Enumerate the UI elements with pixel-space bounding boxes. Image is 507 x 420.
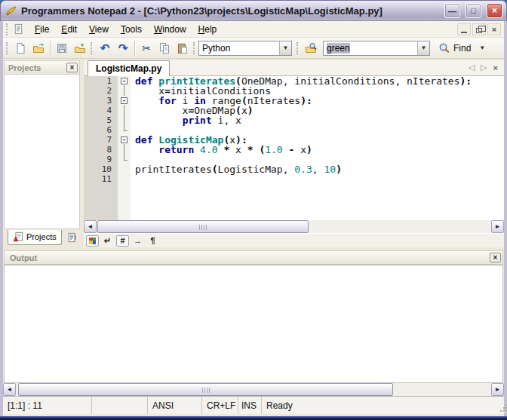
color-scheme-button[interactable] <box>86 235 99 247</box>
scroll-left-arrow[interactable]: ◄ <box>3 383 16 396</box>
fold-marker <box>118 106 131 115</box>
projects-close-button[interactable]: × <box>66 63 78 72</box>
code-editor[interactable]: 1-def printIterates(OneDMap, initialCond… <box>84 76 504 220</box>
code-line[interactable]: 8 return 4.0 * x * (1.0 - x) <box>84 145 504 155</box>
toolbar-grip-3[interactable] <box>193 42 195 54</box>
line-number: 8 <box>84 145 118 155</box>
editor-scroll-track[interactable] <box>97 220 491 233</box>
new-file-icon <box>14 42 26 54</box>
projects-tab-icon <box>13 231 23 242</box>
menu-file[interactable]: File <box>29 22 55 37</box>
menu-edit[interactable]: Edit <box>55 22 83 37</box>
undo-button[interactable]: ↶ <box>96 39 114 57</box>
fold-marker <box>118 174 131 184</box>
redo-button[interactable]: ↷ <box>114 39 132 57</box>
show-whitespace-button[interactable]: → <box>131 235 144 247</box>
open-file-button[interactable] <box>29 39 48 57</box>
main-scroll-thumb[interactable] <box>18 383 393 396</box>
toolbar-grip-1[interactable] <box>6 42 8 54</box>
language-select[interactable]: Python ▼ <box>198 41 292 56</box>
toolbar-separator <box>50 41 51 56</box>
maximize-button[interactable]: □ <box>466 3 481 18</box>
output-panel-title: Output <box>5 253 490 262</box>
menu-window[interactable]: Window <box>148 22 192 37</box>
status-cell-1 <box>92 397 148 414</box>
toolbar-grip-4[interactable] <box>297 42 299 54</box>
open-project-button[interactable] <box>71 39 89 57</box>
code-line[interactable]: 11 <box>84 174 504 184</box>
menu-grip[interactable] <box>6 23 8 35</box>
dock-tab-text-clips[interactable] <box>64 230 79 245</box>
code-line[interactable]: 10printIterates(LogisticMap, 0.3, 10) <box>84 164 504 174</box>
fold-marker <box>118 86 131 96</box>
code-text: return 4.0 * x * (1.0 - x) <box>131 145 312 155</box>
search-in-files-button[interactable] <box>302 39 320 57</box>
main-scroll-track[interactable] <box>16 383 491 396</box>
scroll-right-arrow[interactable]: ► <box>491 383 504 396</box>
menu-view[interactable]: View <box>83 22 115 37</box>
document-tab[interactable]: LogisticMap.py <box>88 60 170 76</box>
dock-tab-projects[interactable]: Projects <box>8 230 62 245</box>
text-clips-icon <box>66 232 77 243</box>
color-scheme-icon <box>89 238 96 244</box>
code-line[interactable]: 5 print i, x <box>84 115 504 125</box>
editor-h-scrollbar: ◄ ► <box>84 220 504 233</box>
find-dropdown-arrow[interactable]: ▼ <box>476 44 488 51</box>
find-input[interactable]: green ▼ <box>323 41 430 56</box>
scroll-left-arrow[interactable]: ◄ <box>84 220 97 233</box>
mdi-close-button[interactable]: × <box>487 23 501 35</box>
editor-scroll-thumb[interactable] <box>97 220 309 233</box>
fold-toggle-icon[interactable]: - <box>118 76 131 86</box>
line-number: 6 <box>84 125 118 135</box>
menu-bar: FileEditViewToolsWindowHelp × <box>3 21 504 38</box>
tab-scroll-right-icon[interactable]: ▷ <box>481 63 487 72</box>
line-numbers-button[interactable]: # <box>116 235 129 247</box>
output-close-button[interactable]: × <box>490 253 501 262</box>
line-number: 1 <box>84 76 118 86</box>
language-value: Python <box>199 43 279 54</box>
mdi-restore-button[interactable] <box>472 23 486 35</box>
line-number: 3 <box>84 96 118 106</box>
minimize-button[interactable]: — <box>444 3 460 18</box>
projects-panel: Projects × Projects <box>3 60 81 249</box>
new-file-button[interactable] <box>11 39 29 57</box>
main-area: Projects × Projects LogisticMa <box>3 59 504 249</box>
menu-help[interactable]: Help <box>192 22 223 37</box>
resize-grip[interactable] <box>500 410 502 412</box>
editor-options-toolbar: ↵ # → ¶ <box>84 233 504 247</box>
menu-tools[interactable]: Tools <box>115 22 148 37</box>
scroll-right-arrow[interactable]: ► <box>491 220 504 233</box>
fold-toggle-icon[interactable]: - <box>118 135 131 145</box>
line-number: 2 <box>84 86 118 96</box>
project-folder-icon <box>74 42 86 54</box>
copy-button[interactable] <box>155 39 174 57</box>
window-body: FileEditViewToolsWindowHelp × <box>0 21 507 416</box>
editor-pane: LogisticMap.py ◁ ▷ × 1-def printIterates… <box>84 60 504 249</box>
open-folder-icon <box>32 42 45 54</box>
word-wrap-button[interactable]: ↵ <box>101 235 114 247</box>
find-button[interactable]: Find <box>433 39 476 57</box>
close-button[interactable]: × <box>487 3 502 18</box>
save-button[interactable] <box>53 39 71 57</box>
line-number: 9 <box>84 155 118 164</box>
output-panel-body[interactable] <box>4 265 503 383</box>
status-cell-0: [1:1] : 11 <box>3 397 92 414</box>
mdi-minimize-button[interactable] <box>457 23 471 35</box>
fold-marker <box>118 164 131 174</box>
fold-toggle-icon[interactable]: - <box>118 96 131 106</box>
tab-close-icon[interactable]: × <box>493 63 498 72</box>
cut-button[interactable]: ✂ <box>137 39 155 57</box>
window-bottom-edge <box>0 416 507 420</box>
paste-button[interactable] <box>174 39 192 57</box>
line-number: 10 <box>84 164 118 174</box>
projects-panel-header: Projects × <box>4 60 80 75</box>
chevron-down-icon[interactable]: ▼ <box>417 41 429 55</box>
tab-scroll-left-icon[interactable]: ◁ <box>469 63 475 72</box>
projects-panel-body[interactable] <box>4 75 80 229</box>
toolbar-grip-2[interactable] <box>91 42 93 54</box>
show-line-endings-button[interactable]: ¶ <box>146 235 159 247</box>
copy-icon <box>158 42 171 54</box>
code-text: printIterates(LogisticMap, 0.3, 10) <box>131 164 342 174</box>
chevron-down-icon[interactable]: ▼ <box>279 41 291 55</box>
output-panel-header: Output × <box>4 250 503 265</box>
